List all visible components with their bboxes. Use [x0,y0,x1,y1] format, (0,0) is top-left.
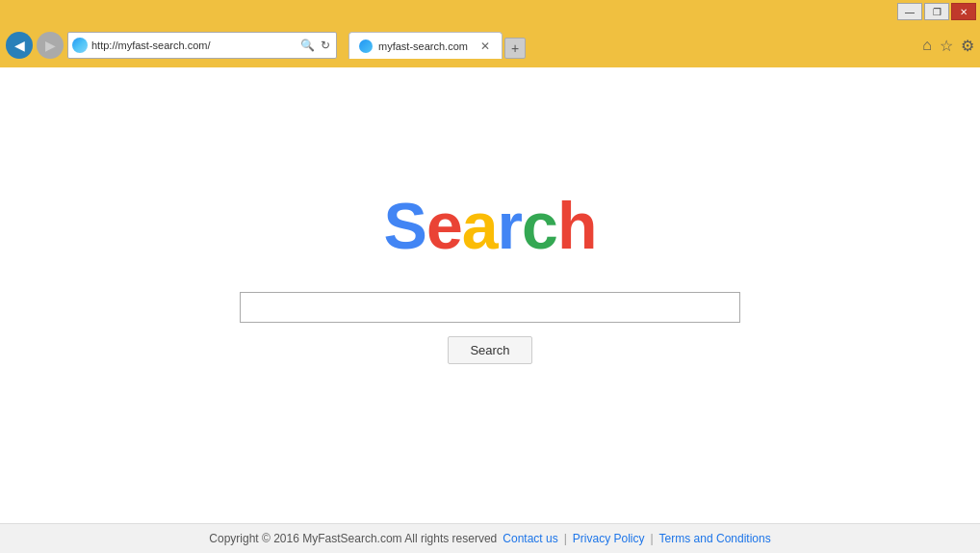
search-box-wrapper: Search [0,292,980,364]
forward-button[interactable]: ▶ [37,32,64,59]
tab-close-button[interactable]: ✕ [478,40,492,53]
tab-ie-icon [359,40,373,53]
minimize-button[interactable]: — [897,3,922,20]
new-tab-button[interactable]: + [504,38,526,59]
window-controls: — ❐ ✕ [897,3,976,20]
footer-sep-2: | [650,532,653,545]
footer-sep-1: | [564,532,567,545]
restore-button[interactable]: ❐ [924,3,949,20]
footer-copyright: Copyright © 2016 MyFastSearch.com All ri… [209,532,497,545]
title-bar: — ❐ ✕ [0,0,980,23]
tab-label: myfast-search.com [378,40,473,52]
logo-letter-S: S [384,189,426,262]
logo-letter-h: h [557,189,597,262]
tab-bar: myfast-search.com ✕ + [348,32,911,59]
address-actions: 🔍 ↻ [298,37,332,54]
logo-letter-e: e [426,189,462,262]
close-button[interactable]: ✕ [951,3,976,20]
address-search-icon[interactable]: 🔍 [298,37,317,54]
active-tab[interactable]: myfast-search.com ✕ [348,32,503,59]
page-content: Search Search [0,67,980,523]
address-refresh-icon[interactable]: ↻ [319,37,332,54]
footer-privacy-link[interactable]: Privacy Policy [573,532,645,545]
home-icon[interactable]: ⌂ [922,37,932,54]
settings-icon[interactable]: ⚙ [961,37,974,55]
search-button[interactable]: Search [448,336,531,364]
address-bar: 🔍 ↻ [67,32,337,59]
browser-right-icons: ⌂ ☆ ⚙ [922,37,974,55]
browser-toolbar: ◀ ▶ 🔍 ↻ myfast-search.com ✕ + ⌂ ☆ ⚙ [0,23,980,67]
search-input[interactable] [240,292,740,323]
footer-terms-link[interactable]: Terms and Conditions [659,532,771,545]
browser-content: Search Search Copyright © 2016 MyFastSea… [0,67,980,553]
favorites-icon[interactable]: ☆ [940,37,953,55]
footer-contact-link[interactable]: Contact us [503,532,557,545]
page-footer: Copyright © 2016 MyFastSearch.com All ri… [0,523,980,553]
browser-ie-icon [72,38,88,53]
logo-letter-r: r [498,189,522,262]
site-logo: Search [384,188,597,263]
logo-letter-a: a [462,189,498,262]
logo-letter-c: c [522,189,557,262]
address-input[interactable] [91,40,295,51]
back-button[interactable]: ◀ [6,32,33,59]
